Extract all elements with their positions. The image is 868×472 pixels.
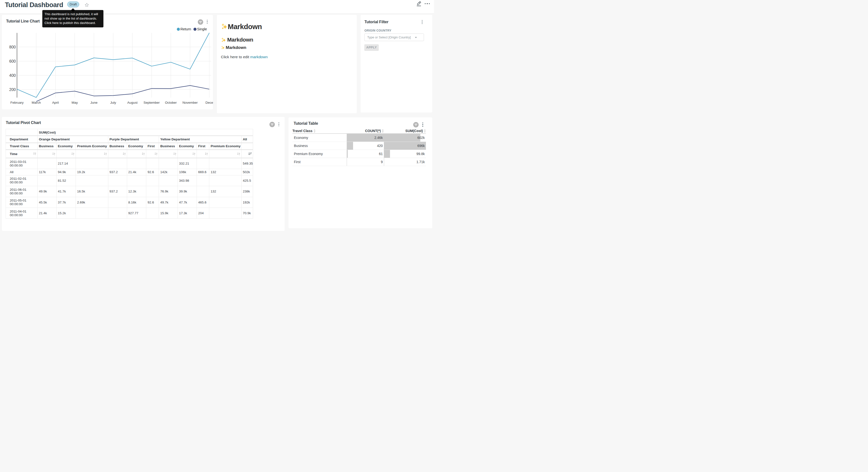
svg-text:Single: Single [197,27,207,31]
svg-text:600: 600 [9,59,16,63]
svg-text:August: August [127,101,137,105]
svg-text:February: February [10,101,24,105]
svg-text:200: 200 [9,87,16,91]
svg-text:June: June [90,101,97,105]
svg-text:September: September [144,101,160,105]
svg-text:Dece: Dece [206,101,213,105]
svg-text:400: 400 [9,73,16,77]
svg-text:800: 800 [9,45,16,49]
svg-text:April: April [52,101,59,105]
svg-text:November: November [182,101,198,105]
svg-text:October: October [165,101,177,105]
svg-text:July: July [110,101,116,105]
svg-text:May: May [71,101,78,105]
svg-text:Return: Return [181,27,191,31]
